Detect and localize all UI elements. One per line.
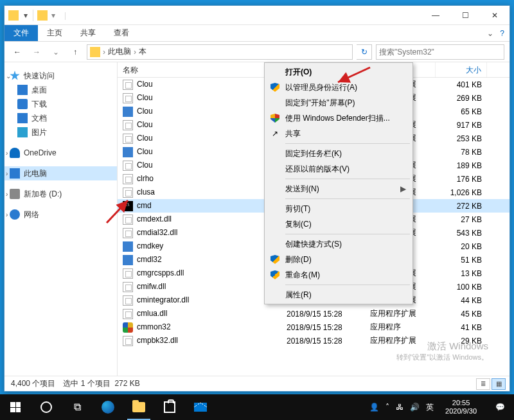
taskbar-edge[interactable] xyxy=(93,394,123,420)
chevron-right-icon[interactable]: › xyxy=(134,48,136,57)
pc-icon xyxy=(10,168,20,179)
maximize-button[interactable]: ☐ xyxy=(450,6,480,25)
menu-item-label: 属性(R) xyxy=(285,290,312,301)
file-size: 176 KB xyxy=(436,175,487,184)
minimize-button[interactable]: — xyxy=(421,6,450,25)
tray-chevron-icon[interactable]: ˄ xyxy=(386,403,389,412)
ribbon-home[interactable]: 主页 xyxy=(38,25,71,41)
ime-indicator[interactable]: 英 xyxy=(426,402,434,413)
menu-item-label: 共享 xyxy=(285,128,301,139)
ribbon-share[interactable]: 共享 xyxy=(71,25,105,41)
nav-up-button[interactable]: ↑ xyxy=(67,44,83,60)
menu-item[interactable]: 删除(D) xyxy=(266,252,411,267)
start-button[interactable] xyxy=(0,394,31,420)
file-size: 41 KB xyxy=(436,323,487,332)
file-icon xyxy=(123,295,133,306)
view-details-button[interactable]: ≣ xyxy=(476,378,490,390)
menu-item-label: 发送到(N) xyxy=(285,184,319,195)
nav-documents[interactable]: 文档 xyxy=(4,111,117,125)
ribbon-tabs: 文件 主页 共享 查看 ⌄ ? xyxy=(4,25,510,42)
svg-line-1 xyxy=(107,200,128,223)
action-center-button[interactable]: 💬 xyxy=(488,394,511,420)
nav-desktop[interactable]: 桌面 xyxy=(4,83,117,97)
file-type: 应用程序扩展 xyxy=(365,308,436,319)
menu-item[interactable]: 还原以前的版本(V) xyxy=(266,161,411,177)
file-icon xyxy=(123,147,133,157)
ribbon-view[interactable]: 查看 xyxy=(105,25,138,41)
file-row[interactable]: cmmon322018/9/15 15:28应用程序41 KB xyxy=(118,320,510,334)
file-size: 917 KB xyxy=(436,121,487,130)
file-icon xyxy=(123,268,133,279)
menu-item[interactable]: 固定到"开始"屏幕(P) xyxy=(266,95,411,110)
menu-item[interactable]: 剪切(T) xyxy=(266,201,411,216)
refresh-button[interactable]: ↻ xyxy=(357,44,372,60)
nav-quick-access[interactable]: ⌄快速访问 xyxy=(4,69,117,83)
file-size: 269 KB xyxy=(436,94,487,103)
file-name: cmdial32.dll xyxy=(137,228,177,237)
taskbar-explorer[interactable] xyxy=(123,394,154,420)
annotation-arrow xyxy=(335,66,373,85)
file-icon xyxy=(123,93,133,103)
store-icon xyxy=(164,401,175,413)
nav-network[interactable]: ›网络 xyxy=(4,207,117,222)
menu-item[interactable]: 使用 Windows Defender扫描... xyxy=(266,110,411,126)
breadcrumb-segment[interactable]: 此电脑 xyxy=(108,46,131,57)
nav-onedrive[interactable]: ›OneDrive xyxy=(4,146,117,160)
file-row[interactable]: cmpbk32.dll2018/9/15 15:28应用程序扩展29 KB xyxy=(118,334,510,347)
search-box[interactable] xyxy=(376,44,504,60)
shield-icon xyxy=(270,255,279,264)
menu-separator xyxy=(285,143,410,144)
col-size[interactable]: 大小 xyxy=(436,62,487,77)
cortana-button[interactable] xyxy=(31,394,62,420)
menu-item[interactable]: 发送到(N)▶ xyxy=(266,181,411,197)
ribbon-expand-icon[interactable]: ⌄ xyxy=(487,29,493,38)
menu-item[interactable]: 重命名(M) xyxy=(266,267,411,283)
taskbar-store[interactable] xyxy=(154,394,185,420)
col-name[interactable]: 名称 xyxy=(118,62,281,77)
people-icon[interactable]: 👤 xyxy=(369,403,379,412)
qat-dropdown-icon[interactable]: ▾ xyxy=(22,12,29,19)
menu-item-label: 复制(C) xyxy=(285,219,312,230)
file-row[interactable]: cmlua.dll2018/9/15 15:28应用程序扩展45 KB xyxy=(118,307,510,320)
status-item-count: 4,400 个项目 xyxy=(11,378,55,389)
titlebar: ▾ ▾ | — ☐ ✕ xyxy=(4,6,510,25)
menu-item-label: 删除(D) xyxy=(285,254,312,265)
onedrive-icon xyxy=(10,148,20,158)
taskview-button[interactable]: ⧉ xyxy=(62,394,93,420)
nav-drive-d[interactable]: ›新加卷 (D:) xyxy=(4,187,117,201)
nav-back-button[interactable]: ← xyxy=(10,44,25,60)
network-icon[interactable]: 🖧 xyxy=(396,403,403,412)
nav-downloads[interactable]: 下载 xyxy=(4,97,117,111)
breadcrumb[interactable]: › 此电脑 › 本 xyxy=(87,44,353,60)
taskbar-clock[interactable]: 20:55 2020/9/30 xyxy=(440,399,482,416)
menu-item[interactable]: 复制(C) xyxy=(266,216,411,232)
menu-item[interactable]: 属性(R) xyxy=(266,287,411,302)
search-input[interactable] xyxy=(379,48,501,57)
menu-item[interactable]: 创建快捷方式(S) xyxy=(266,236,411,252)
qat-customize[interactable]: ▾ xyxy=(51,11,55,20)
file-name: Clou xyxy=(137,161,153,170)
nav-recent-button[interactable]: ⌄ xyxy=(48,44,64,60)
taskbar: ⧉ 👤 ˄ 🖧 🔊 英 20:55 2020/9/30 💬 xyxy=(0,394,514,420)
close-button[interactable]: ✕ xyxy=(480,6,510,25)
nav-this-pc[interactable]: ›此电脑 xyxy=(4,166,117,180)
menu-separator xyxy=(285,284,410,285)
file-size: 20 KB xyxy=(436,242,487,251)
view-icons-button[interactable]: ▦ xyxy=(492,378,506,390)
tab-separator: | xyxy=(64,11,66,20)
nav-pictures[interactable]: 图片 xyxy=(4,125,117,139)
breadcrumb-segment[interactable]: 本 xyxy=(139,46,146,57)
nav-forward-button[interactable]: → xyxy=(29,44,44,60)
chevron-right-icon[interactable]: › xyxy=(103,48,105,57)
menu-item[interactable]: ↗共享 xyxy=(266,126,411,141)
menu-separator xyxy=(285,198,410,199)
file-name: Clou xyxy=(137,147,153,156)
help-icon[interactable]: ? xyxy=(500,29,504,38)
ribbon-file[interactable]: 文件 xyxy=(4,25,38,41)
circle-icon xyxy=(40,401,52,413)
taskbar-mail[interactable] xyxy=(185,394,216,420)
volume-icon[interactable]: 🔊 xyxy=(410,403,420,412)
file-size: 13 KB xyxy=(436,269,487,278)
file-icon xyxy=(123,336,133,346)
menu-item[interactable]: 固定到任务栏(K) xyxy=(266,146,411,161)
